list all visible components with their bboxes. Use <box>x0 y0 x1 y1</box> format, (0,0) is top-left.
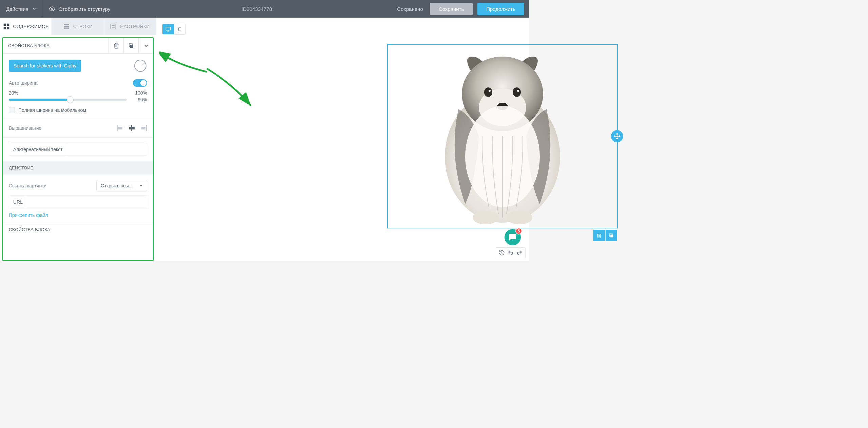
svg-rect-19 <box>141 127 145 129</box>
svg-rect-15 <box>118 127 122 129</box>
giphy-search-button[interactable]: Search for stickers with Giphy <box>9 60 81 72</box>
stage-duplicate-button[interactable] <box>606 230 617 241</box>
save-status: Сохранено <box>397 6 425 12</box>
sidebar: СОДЕРЖИМОЕ СТРОКИ НАСТРОЙКИ СВОЙСТВА БЛО… <box>0 18 156 261</box>
trash-icon <box>596 233 602 238</box>
svg-rect-14 <box>117 125 118 131</box>
svg-point-0 <box>51 8 53 10</box>
alt-text-input[interactable] <box>67 143 147 156</box>
show-structure-label: Отобразить структуру <box>59 6 111 12</box>
svg-rect-4 <box>7 27 9 29</box>
url-label: URL <box>9 196 27 208</box>
tab-settings[interactable]: НАСТРОЙКИ <box>104 18 156 35</box>
selected-block[interactable] <box>387 44 618 228</box>
continue-button[interactable]: Продолжить <box>477 3 524 15</box>
copy-icon <box>609 233 614 238</box>
sidebar-tabs: СОДЕРЖИМОЕ СТРОКИ НАСТРОЙКИ <box>0 18 156 35</box>
svg-point-34 <box>473 211 498 224</box>
sticker-image <box>438 48 567 224</box>
canvas: 5 <box>156 18 529 261</box>
align-right-button[interactable] <box>140 125 147 131</box>
desktop-preview-button[interactable] <box>162 24 174 34</box>
width-slider[interactable] <box>9 99 127 101</box>
full-width-mobile-label: Полная ширина на мобильном <box>18 107 86 113</box>
copy-icon <box>128 43 134 49</box>
chat-badge: 5 <box>515 228 522 235</box>
svg-line-41 <box>502 253 502 253</box>
alignment-label: Выравнивание <box>9 125 41 131</box>
tab-rows[interactable]: СТРОКИ <box>52 18 104 35</box>
svg-rect-9 <box>112 25 115 26</box>
delete-block-button[interactable] <box>108 38 123 54</box>
alt-text-field[interactable]: Альтернативный текст <box>9 143 147 156</box>
svg-rect-23 <box>179 27 181 31</box>
tab-settings-label: НАСТРОЙКИ <box>120 24 150 29</box>
annotation-arrow <box>159 52 261 113</box>
slider-max-label: 100% <box>135 90 147 96</box>
trash-icon <box>113 43 119 49</box>
url-field[interactable]: URL <box>9 196 147 208</box>
svg-point-13 <box>135 60 146 72</box>
device-preview-toggle <box>162 24 186 35</box>
svg-point-35 <box>507 211 532 224</box>
undo-button[interactable] <box>507 249 514 257</box>
svg-rect-1 <box>3 24 6 26</box>
svg-rect-18 <box>146 125 147 131</box>
full-width-mobile-checkbox[interactable] <box>9 107 15 113</box>
tab-rows-label: СТРОКИ <box>73 24 93 29</box>
chat-fab[interactable]: 5 <box>505 229 521 245</box>
desktop-icon <box>165 26 171 32</box>
auto-width-toggle[interactable] <box>133 79 147 87</box>
eye-icon <box>49 6 55 12</box>
link-target-select[interactable]: Открыть ссы… <box>96 180 147 191</box>
align-left-icon <box>117 125 124 131</box>
image-link-label: Ссылка картинки <box>9 183 46 188</box>
svg-rect-11 <box>130 45 133 48</box>
redo-button[interactable] <box>516 249 523 257</box>
rows-icon <box>63 23 70 30</box>
svg-point-28 <box>484 87 492 97</box>
top-bar: Действия Отобразить структуру ID20433477… <box>0 0 529 18</box>
attach-file-link[interactable]: Прикрепить файл <box>3 210 153 223</box>
chevron-down-icon <box>32 6 37 11</box>
move-icon <box>614 133 620 140</box>
collapse-panel-button[interactable] <box>138 38 153 54</box>
align-center-button[interactable] <box>128 125 136 131</box>
align-left-button[interactable] <box>117 125 124 131</box>
move-handle[interactable] <box>611 130 623 142</box>
url-input[interactable] <box>27 196 147 208</box>
redo-icon <box>516 250 522 256</box>
actions-menu[interactable]: Действия <box>0 0 43 18</box>
svg-rect-10 <box>112 27 115 28</box>
panel-footer-title: СВОЙСТВА БЛОКА <box>3 223 153 232</box>
svg-rect-3 <box>3 27 6 29</box>
history-toolbar <box>496 247 526 258</box>
panel-title: СВОЙСТВА БЛОКА <box>3 43 108 48</box>
svg-rect-38 <box>610 235 613 237</box>
tab-content[interactable]: СОДЕРЖИМОЕ <box>0 18 52 35</box>
sticker-icon <box>134 59 147 73</box>
undo-icon <box>508 250 514 256</box>
slider-value: 66% <box>133 97 147 102</box>
svg-rect-8 <box>111 24 116 29</box>
slider-thumb[interactable] <box>67 96 74 103</box>
show-structure-toggle[interactable]: Отобразить структуру <box>43 0 117 18</box>
svg-rect-2 <box>7 24 9 26</box>
history-button[interactable] <box>498 249 506 257</box>
svg-point-29 <box>513 87 521 97</box>
stage-delete-button[interactable] <box>593 230 605 241</box>
save-button[interactable]: Сохранить <box>430 3 473 15</box>
svg-rect-17 <box>129 127 135 129</box>
svg-rect-20 <box>166 27 170 30</box>
svg-rect-7 <box>64 27 69 28</box>
align-right-icon <box>140 125 147 131</box>
content-icon <box>3 23 10 30</box>
mobile-preview-button[interactable] <box>174 24 185 34</box>
svg-rect-6 <box>64 26 69 27</box>
align-center-icon <box>128 125 136 131</box>
action-section-title: ДЕЙСТВИЕ <box>3 161 153 175</box>
svg-rect-5 <box>64 24 69 25</box>
history-icon <box>499 250 505 256</box>
chevron-down-icon <box>143 43 149 49</box>
duplicate-block-button[interactable] <box>123 38 138 54</box>
